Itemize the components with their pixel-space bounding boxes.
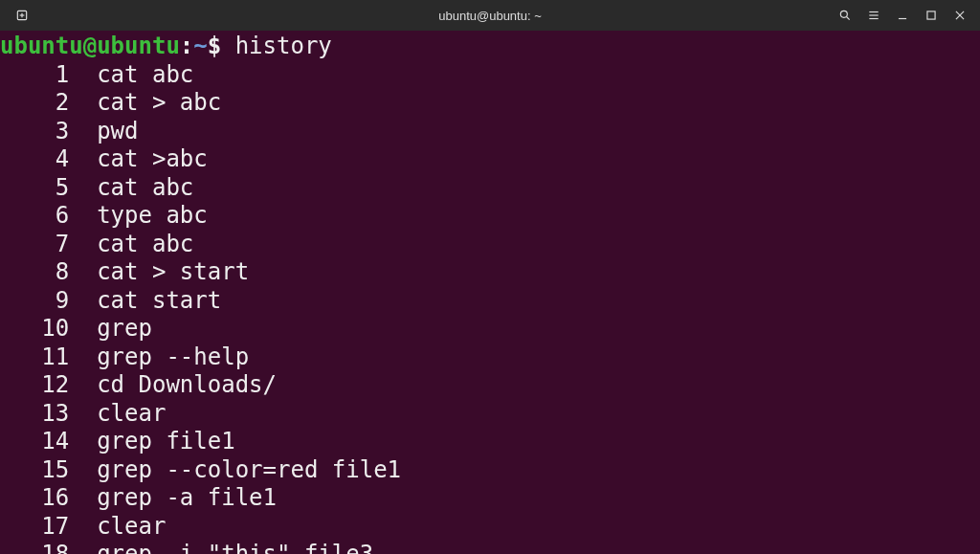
history-command: grep --help <box>97 343 249 370</box>
history-command: cd Downloads/ <box>97 371 277 398</box>
hamburger-menu-button[interactable] <box>861 3 886 28</box>
history-command: grep <box>97 315 152 342</box>
history-row: 9 cat start <box>0 287 980 316</box>
history-number: 3 <box>0 118 69 146</box>
prompt-separator: : <box>180 33 193 59</box>
history-row: 18 grep -i "this" file3 <box>0 541 980 554</box>
history-row: 14 grep file1 <box>0 428 980 456</box>
history-command: cat > abc <box>97 89 221 116</box>
history-command: cat abc <box>97 61 193 88</box>
new-tab-button[interactable] <box>10 3 34 28</box>
svg-rect-9 <box>927 11 935 19</box>
svg-line-4 <box>847 17 850 20</box>
history-row: 8 cat > start <box>0 258 980 287</box>
history-row: 11 grep --help <box>0 343 980 372</box>
svg-point-3 <box>840 11 847 17</box>
history-number: 15 <box>0 456 69 485</box>
history-row: 16 grep -a file1 <box>0 484 980 513</box>
history-command: cat > start <box>97 258 249 285</box>
history-row: 7 cat abc <box>0 231 980 259</box>
prompt-symbol: $ <box>208 33 221 59</box>
history-command: pwd <box>97 118 138 144</box>
history-command: clear <box>97 513 166 540</box>
minimize-button[interactable] <box>890 3 915 28</box>
history-row: 4 cat >abc <box>0 145 980 174</box>
history-command: cat start <box>97 287 221 314</box>
history-command: clear <box>97 400 166 427</box>
history-output: 1 cat abc2 cat > abc3 pwd4 cat >abc5 cat… <box>0 61 980 554</box>
history-number: 12 <box>0 371 69 400</box>
maximize-button[interactable] <box>919 3 944 28</box>
close-button[interactable] <box>947 3 972 28</box>
history-number: 16 <box>0 484 69 513</box>
history-number: 1 <box>0 61 69 90</box>
history-row: 5 cat abc <box>0 174 980 203</box>
history-number: 17 <box>0 513 69 542</box>
search-button[interactable] <box>833 3 858 28</box>
entered-command: history <box>235 33 332 59</box>
history-row: 15 grep --color=red file1 <box>0 456 980 485</box>
history-number: 14 <box>0 428 69 456</box>
history-command: grep -a file1 <box>97 484 277 511</box>
history-row: 3 pwd <box>0 118 980 146</box>
history-command: grep --color=red file1 <box>97 456 401 483</box>
history-row: 10 grep <box>0 315 980 343</box>
history-command: grep -i "this" file3 <box>97 541 373 554</box>
history-row: 12 cd Downloads/ <box>0 371 980 400</box>
prompt-path: ~ <box>193 33 207 59</box>
history-number: 5 <box>0 174 69 203</box>
history-number: 7 <box>0 231 69 259</box>
history-number: 10 <box>0 315 69 343</box>
history-row: 13 clear <box>0 400 980 429</box>
history-number: 4 <box>0 145 69 174</box>
history-number: 2 <box>0 89 69 118</box>
history-row: 2 cat > abc <box>0 89 980 118</box>
prompt-user-host: ubuntu@ubuntu <box>0 33 180 59</box>
history-command: cat abc <box>97 174 193 201</box>
window-titlebar: ubuntu@ubuntu: ~ <box>0 0 980 31</box>
history-number: 9 <box>0 287 69 316</box>
terminal-viewport[interactable]: ubuntu@ubuntu:~$ history 1 cat abc2 cat … <box>0 31 980 554</box>
history-command: grep file1 <box>97 428 235 454</box>
history-number: 6 <box>0 202 69 231</box>
history-number: 8 <box>0 258 69 287</box>
history-number: 11 <box>0 343 69 372</box>
history-row: 6 type abc <box>0 202 980 231</box>
window-title: ubuntu@ubuntu: ~ <box>191 9 789 23</box>
history-number: 13 <box>0 400 69 429</box>
history-command: type abc <box>97 202 208 229</box>
history-command: cat abc <box>97 231 193 257</box>
history-number: 18 <box>0 541 69 554</box>
history-row: 17 clear <box>0 513 980 542</box>
history-command: cat >abc <box>97 145 208 172</box>
history-row: 1 cat abc <box>0 61 980 90</box>
